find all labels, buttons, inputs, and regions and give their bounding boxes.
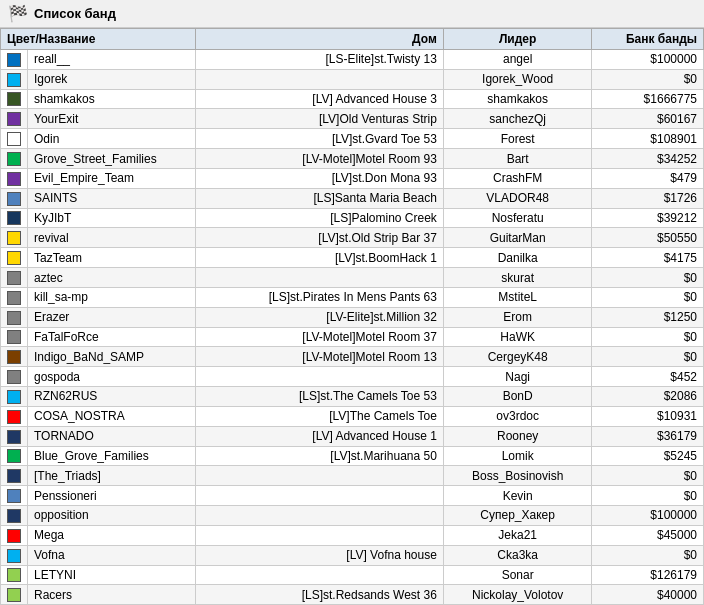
gang-name: Evil_Empire_Team bbox=[28, 168, 196, 188]
table-row: Odin[LV]st.Gvard Toe 53Forest$108901 bbox=[1, 129, 704, 149]
gang-color-cell bbox=[1, 268, 28, 288]
gang-home: [LV]st.BoomHack 1 bbox=[196, 248, 444, 268]
table-row: oppositionСупер_Хакер$100000 bbox=[1, 506, 704, 526]
gang-color-cell bbox=[1, 585, 28, 605]
gang-leader: MstiteL bbox=[443, 287, 592, 307]
gang-color-cell bbox=[1, 248, 28, 268]
gang-leader: Nosferatu bbox=[443, 208, 592, 228]
color-box bbox=[7, 330, 21, 344]
table-row: MegaJeka21$45000 bbox=[1, 525, 704, 545]
gang-name: Mega bbox=[28, 525, 196, 545]
table-row: YourExit[LV]Old Venturas StripsanchezQj$… bbox=[1, 109, 704, 129]
gang-bank: $34252 bbox=[592, 149, 704, 169]
gang-color-cell bbox=[1, 347, 28, 367]
gang-bank: $100000 bbox=[592, 506, 704, 526]
window-title-bar: 🏁 Список банд bbox=[0, 0, 704, 28]
color-box bbox=[7, 350, 21, 364]
gang-home: [LS]st.Pirates In Mens Pants 63 bbox=[196, 287, 444, 307]
color-box bbox=[7, 192, 21, 206]
gang-leader: Nickolay_Volotov bbox=[443, 585, 592, 605]
gang-name: TORNADO bbox=[28, 426, 196, 446]
gang-color-cell bbox=[1, 426, 28, 446]
table-row: FaTalFoRce[LV-Motel]Motel Room 37HaWK$0 bbox=[1, 327, 704, 347]
gang-leader: Супер_Хакер bbox=[443, 506, 592, 526]
gang-leader: Sonar bbox=[443, 565, 592, 585]
gang-leader: Nagi bbox=[443, 367, 592, 387]
gang-color-cell bbox=[1, 228, 28, 248]
gang-color-cell bbox=[1, 486, 28, 506]
gang-color-cell bbox=[1, 168, 28, 188]
gang-bank: $2086 bbox=[592, 387, 704, 407]
gang-home: [LS]st.The Camels Toe 53 bbox=[196, 387, 444, 407]
gang-bank: $45000 bbox=[592, 525, 704, 545]
gang-home bbox=[196, 268, 444, 288]
gang-leader: skurat bbox=[443, 268, 592, 288]
color-box bbox=[7, 549, 21, 563]
color-box bbox=[7, 73, 21, 87]
gang-home: [LV] Vofna house bbox=[196, 545, 444, 565]
table-row: Blue_Grove_Families[LV]st.Marihuana 50Lo… bbox=[1, 446, 704, 466]
gang-name: SAINTS bbox=[28, 188, 196, 208]
table-row: aztecskurat$0 bbox=[1, 268, 704, 288]
table-row: COSA_NOSTRA[LV]The Camels Toeov3rdoc$109… bbox=[1, 406, 704, 426]
table-row: shamkakos[LV] Advanced House 3shamkakos$… bbox=[1, 89, 704, 109]
gang-color-cell bbox=[1, 287, 28, 307]
gang-home bbox=[196, 565, 444, 585]
gang-home: [LS]st.Redsands West 36 bbox=[196, 585, 444, 605]
gang-bank: $108901 bbox=[592, 129, 704, 149]
header-leader: Лидер bbox=[443, 29, 592, 50]
gang-color-cell bbox=[1, 565, 28, 585]
header-color-name: Цвет/Название bbox=[1, 29, 196, 50]
gang-home bbox=[196, 506, 444, 526]
gang-leader: Cka3ka bbox=[443, 545, 592, 565]
gang-name: KyJIbT bbox=[28, 208, 196, 228]
gang-bank: $0 bbox=[592, 287, 704, 307]
gang-home: [LS]Santa Maria Beach bbox=[196, 188, 444, 208]
color-box bbox=[7, 211, 21, 225]
color-box bbox=[7, 410, 21, 424]
color-box bbox=[7, 172, 21, 186]
gang-bank: $50550 bbox=[592, 228, 704, 248]
color-box bbox=[7, 449, 21, 463]
color-box bbox=[7, 132, 21, 146]
gang-bank: $10931 bbox=[592, 406, 704, 426]
gang-name: opposition bbox=[28, 506, 196, 526]
gang-name: Indigo_BaNd_SAMP bbox=[28, 347, 196, 367]
gang-leader: Jeka21 bbox=[443, 525, 592, 545]
gang-home: [LV] Advanced House 3 bbox=[196, 89, 444, 109]
header-bank: Банк банды bbox=[592, 29, 704, 50]
table-row: LETYNISonar$126179 bbox=[1, 565, 704, 585]
gang-name: shamkakos bbox=[28, 89, 196, 109]
gang-leader: Bart bbox=[443, 149, 592, 169]
gang-color-cell bbox=[1, 406, 28, 426]
color-box bbox=[7, 291, 21, 305]
gang-leader: Kevin bbox=[443, 486, 592, 506]
gang-bank: $1666775 bbox=[592, 89, 704, 109]
gang-bank: $39212 bbox=[592, 208, 704, 228]
color-box bbox=[7, 370, 21, 384]
gang-color-cell bbox=[1, 129, 28, 149]
gang-bank: $1726 bbox=[592, 188, 704, 208]
gang-bank: $0 bbox=[592, 69, 704, 89]
gang-color-cell bbox=[1, 525, 28, 545]
color-box bbox=[7, 311, 21, 325]
gangs-table: Цвет/Название Дом Лидер Банк банды reall… bbox=[0, 28, 704, 605]
gang-home: [LV]The Camels Toe bbox=[196, 406, 444, 426]
gang-bank: $0 bbox=[592, 268, 704, 288]
table-row: kill_sa-mp[LS]st.Pirates In Mens Pants 6… bbox=[1, 287, 704, 307]
gang-leader: sanchezQj bbox=[443, 109, 592, 129]
gang-color-cell bbox=[1, 367, 28, 387]
gang-leader: VLADOR48 bbox=[443, 188, 592, 208]
gang-leader: HaWK bbox=[443, 327, 592, 347]
gang-color-cell bbox=[1, 307, 28, 327]
table-row: Grove_Street_Families[LV-Motel]Motel Roo… bbox=[1, 149, 704, 169]
gang-color-cell bbox=[1, 109, 28, 129]
color-box bbox=[7, 469, 21, 483]
color-box bbox=[7, 588, 21, 602]
gang-home: [LV]Old Venturas Strip bbox=[196, 109, 444, 129]
gang-color-cell bbox=[1, 506, 28, 526]
gang-home: [LS-Elite]st.Twisty 13 bbox=[196, 50, 444, 70]
color-box bbox=[7, 112, 21, 126]
color-box bbox=[7, 509, 21, 523]
table-row: gospodaNagi$452 bbox=[1, 367, 704, 387]
